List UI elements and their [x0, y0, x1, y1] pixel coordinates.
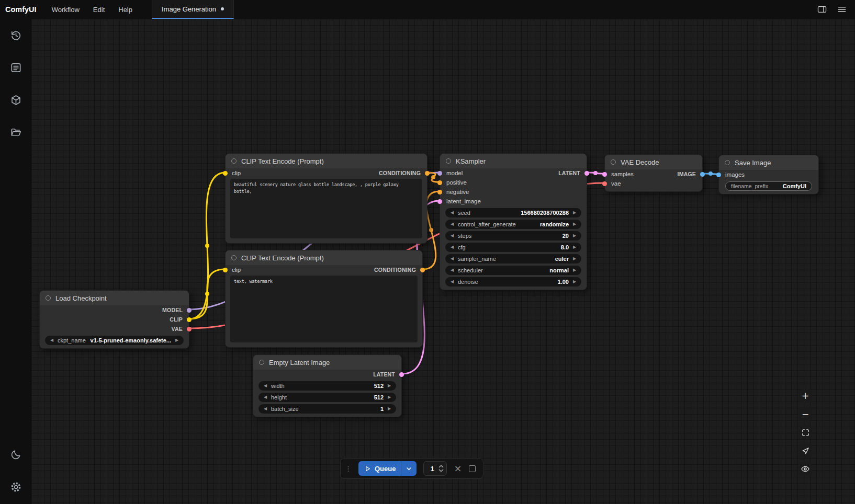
- prompt-textarea[interactable]: text, watermark: [230, 276, 418, 342]
- widget-scheduler[interactable]: scheduler normal: [445, 266, 581, 275]
- input-port-images[interactable]: [716, 173, 721, 177]
- widget-control-after-generate[interactable]: control_after_generate randomize: [445, 220, 581, 229]
- decrement-arrow-icon[interactable]: [449, 243, 455, 252]
- node-empty-latent-image[interactable]: Empty Latent Image LATENT width 512 heig…: [253, 354, 402, 417]
- decrement-arrow-icon[interactable]: [262, 404, 268, 414]
- prev-value-arrow-icon[interactable]: [449, 220, 455, 229]
- batch-count-stepper[interactable]: 1: [423, 461, 447, 476]
- input-port-clip[interactable]: [223, 171, 228, 176]
- node-title-bar[interactable]: Empty Latent Image: [253, 355, 401, 370]
- widget-batch-size[interactable]: batch_size 1: [258, 404, 396, 414]
- tab-image-generation[interactable]: Image Generation: [152, 0, 234, 19]
- zoom-in-button[interactable]: +: [798, 389, 812, 403]
- widget-steps[interactable]: steps 20: [445, 231, 581, 240]
- widget-cfg[interactable]: cfg 8.0: [445, 243, 581, 252]
- node-clip-text-encode-positive[interactable]: CLIP Text Encode (Prompt) clip CONDITION…: [225, 153, 428, 244]
- history-icon[interactable]: [9, 28, 22, 42]
- hamburger-menu-icon[interactable]: [834, 2, 850, 17]
- input-port-model[interactable]: [437, 171, 442, 176]
- node-canvas[interactable]: Load Checkpoint MODEL CLIP VAE ckpt_name…: [31, 19, 855, 504]
- input-port-positive[interactable]: [437, 180, 442, 185]
- queue-options-chevron-icon[interactable]: [401, 461, 417, 476]
- widget-sampler-name[interactable]: sampler_name euler: [445, 254, 581, 264]
- node-title-bar[interactable]: Save Image: [719, 155, 818, 170]
- input-port-clip[interactable]: [223, 268, 228, 272]
- node-title-bar[interactable]: CLIP Text Encode (Prompt): [226, 250, 422, 265]
- stop-icon[interactable]: [469, 465, 476, 472]
- decrement-icon[interactable]: [438, 469, 444, 472]
- output-port-latent[interactable]: [399, 372, 404, 377]
- decrement-arrow-icon[interactable]: [262, 381, 268, 391]
- prev-value-arrow-icon[interactable]: [449, 254, 455, 264]
- next-value-arrow-icon[interactable]: [174, 336, 180, 345]
- decrement-arrow-icon[interactable]: [262, 393, 268, 402]
- zoom-out-button[interactable]: −: [798, 407, 812, 421]
- node-library-icon[interactable]: [9, 61, 22, 74]
- node-vae-decode[interactable]: VAE Decode samples IMAGE vae: [604, 154, 703, 192]
- input-port-latent-image[interactable]: [437, 199, 442, 204]
- increment-arrow-icon[interactable]: [386, 381, 392, 391]
- input-port-samples[interactable]: [602, 172, 607, 177]
- decrement-arrow-icon[interactable]: [449, 277, 455, 287]
- theme-moon-icon[interactable]: [9, 448, 22, 461]
- fit-view-button[interactable]: [798, 426, 812, 439]
- widget-seed[interactable]: seed 156680208700286: [445, 208, 581, 217]
- node-load-checkpoint[interactable]: Load Checkpoint MODEL CLIP VAE ckpt_name…: [39, 290, 189, 349]
- decrement-arrow-icon[interactable]: [449, 208, 455, 217]
- increment-arrow-icon[interactable]: [386, 404, 392, 414]
- select-mode-button[interactable]: [798, 444, 812, 457]
- queue-button[interactable]: Queue: [358, 461, 417, 476]
- toggle-visibility-button[interactable]: [798, 462, 812, 476]
- widget-height[interactable]: height 512: [258, 393, 396, 402]
- settings-gear-icon[interactable]: [9, 480, 22, 494]
- node-save-image[interactable]: Save Image images filename_prefix ComfyU…: [718, 155, 819, 194]
- output-port-conditioning[interactable]: [420, 268, 425, 272]
- collapse-dot-icon[interactable]: [725, 160, 730, 165]
- node-title-bar[interactable]: VAE Decode: [605, 155, 702, 169]
- next-value-arrow-icon[interactable]: [571, 254, 578, 264]
- widget-width[interactable]: width 512: [258, 381, 396, 391]
- collapse-dot-icon[interactable]: [231, 158, 237, 164]
- next-value-arrow-icon[interactable]: [571, 266, 578, 275]
- increment-icon[interactable]: [438, 465, 444, 468]
- increment-arrow-icon[interactable]: [571, 277, 578, 287]
- increment-arrow-icon[interactable]: [386, 393, 392, 402]
- node-title-bar[interactable]: CLIP Text Encode (Prompt): [226, 154, 427, 168]
- drag-handle-icon[interactable]: ⋮: [345, 465, 352, 473]
- menu-edit[interactable]: Edit: [86, 0, 111, 19]
- input-port-negative[interactable]: [437, 190, 442, 194]
- collapse-dot-icon[interactable]: [46, 295, 51, 301]
- output-port-conditioning[interactable]: [425, 171, 430, 176]
- output-port-vae[interactable]: [187, 327, 192, 331]
- node-title-bar[interactable]: Load Checkpoint: [40, 291, 189, 305]
- collapse-dot-icon[interactable]: [231, 255, 237, 260]
- output-port-image[interactable]: [700, 172, 705, 177]
- output-port-model[interactable]: [187, 308, 192, 313]
- prompt-textarea[interactable]: beautiful scenery nature glass bottle la…: [230, 179, 422, 238]
- increment-arrow-icon[interactable]: [571, 208, 578, 217]
- collapse-dot-icon[interactable]: [446, 158, 451, 164]
- decrement-arrow-icon[interactable]: [449, 231, 455, 240]
- widget-filename-prefix[interactable]: filename_prefix ComfyUI: [725, 181, 812, 191]
- menu-workflow[interactable]: Workflow: [45, 0, 86, 19]
- widget-ckpt-name[interactable]: ckpt_name v1-5-pruned-emaonly.safete...: [45, 336, 184, 345]
- input-port-vae[interactable]: [602, 181, 607, 186]
- output-port-latent[interactable]: [584, 171, 589, 176]
- node-clip-text-encode-negative[interactable]: CLIP Text Encode (Prompt) clip CONDITION…: [225, 250, 423, 348]
- node-ksampler[interactable]: KSampler model LATENT positive negative …: [440, 153, 587, 290]
- prev-value-arrow-icon[interactable]: [449, 266, 455, 275]
- collapse-dot-icon[interactable]: [611, 159, 616, 165]
- panel-toggle-icon[interactable]: [814, 2, 830, 17]
- increment-arrow-icon[interactable]: [571, 231, 578, 240]
- model-library-icon[interactable]: [9, 93, 22, 107]
- collapse-dot-icon[interactable]: [259, 360, 264, 365]
- menu-help[interactable]: Help: [111, 0, 139, 19]
- increment-arrow-icon[interactable]: [571, 243, 578, 252]
- clear-queue-icon[interactable]: ×: [454, 464, 462, 473]
- next-value-arrow-icon[interactable]: [571, 220, 578, 229]
- prev-value-arrow-icon[interactable]: [49, 336, 55, 345]
- node-title-bar[interactable]: KSampler: [440, 154, 587, 168]
- output-port-clip[interactable]: [187, 317, 192, 322]
- workflows-folder-icon[interactable]: [9, 125, 22, 139]
- widget-denoise[interactable]: denoise 1.00: [445, 277, 581, 287]
